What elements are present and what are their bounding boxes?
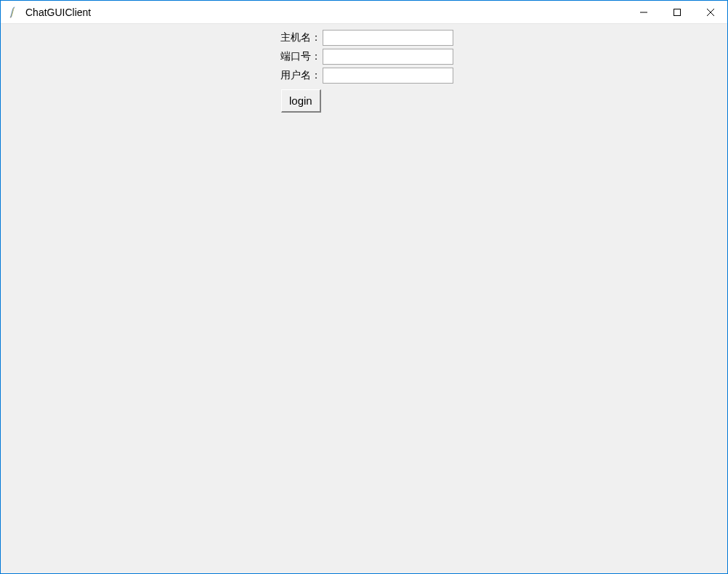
username-row: 用户名：: [275, 66, 453, 85]
client-area: 主机名： 端口号： 用户名： login: [1, 24, 727, 573]
minimize-icon: [640, 9, 647, 16]
titlebar: ChatGUIClient: [1, 1, 727, 24]
svg-rect-1: [674, 9, 681, 16]
username-input[interactable]: [323, 68, 453, 84]
maximize-icon: [674, 9, 681, 16]
hostname-label: 主机名：: [275, 31, 323, 44]
window-title: ChatGUIClient: [25, 7, 627, 18]
username-label: 用户名：: [275, 69, 323, 82]
hostname-input[interactable]: [323, 30, 453, 46]
app-icon: [7, 6, 20, 19]
minimize-button[interactable]: [627, 1, 660, 24]
port-label: 端口号：: [275, 50, 323, 63]
port-row: 端口号：: [275, 47, 453, 66]
close-icon: [707, 9, 714, 16]
hostname-row: 主机名：: [275, 28, 453, 47]
login-button[interactable]: login: [281, 89, 321, 113]
application-window: ChatGUIClient 主机名：: [0, 0, 728, 574]
port-input[interactable]: [323, 49, 453, 65]
close-button[interactable]: [694, 1, 727, 24]
button-row: login: [275, 89, 453, 113]
login-form: 主机名： 端口号： 用户名： login: [275, 28, 453, 113]
window-controls: [627, 1, 727, 23]
maximize-button[interactable]: [660, 1, 694, 24]
